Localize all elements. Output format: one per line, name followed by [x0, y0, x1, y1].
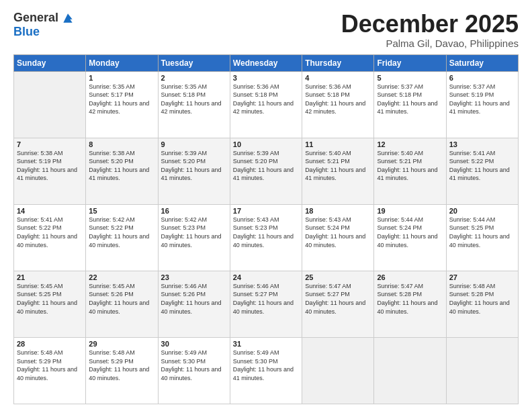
calendar-cell: 29Sunrise: 5:48 AMSunset: 5:29 PMDayligh…: [86, 337, 158, 404]
svg-marker-0: [63, 13, 72, 22]
calendar-cell: 25Sunrise: 5:47 AMSunset: 5:27 PMDayligh…: [302, 271, 374, 337]
calendar-cell: 11Sunrise: 5:40 AMSunset: 5:21 PMDayligh…: [302, 138, 374, 204]
day-info: Sunrise: 5:39 AMSunset: 5:20 PMDaylight:…: [233, 149, 299, 183]
day-number: 5: [377, 74, 443, 82]
day-number: 4: [305, 74, 371, 82]
day-number: 25: [305, 273, 371, 281]
calendar-table: SundayMondayTuesdayWednesdayThursdayFrid…: [13, 54, 519, 404]
calendar-cell: [374, 337, 446, 404]
calendar-header-row: SundayMondayTuesdayWednesdayThursdayFrid…: [14, 54, 519, 71]
calendar-cell: 9Sunrise: 5:39 AMSunset: 5:20 PMDaylight…: [158, 138, 230, 204]
calendar-cell: 4Sunrise: 5:36 AMSunset: 5:18 PMDaylight…: [302, 71, 374, 138]
day-info: Sunrise: 5:49 AMSunset: 5:30 PMDaylight:…: [233, 349, 299, 382]
calendar-cell: 26Sunrise: 5:47 AMSunset: 5:28 PMDayligh…: [374, 271, 446, 337]
calendar-cell: 23Sunrise: 5:46 AMSunset: 5:26 PMDayligh…: [158, 271, 230, 337]
day-number: 27: [449, 273, 515, 281]
day-header-friday: Friday: [374, 54, 446, 71]
day-number: 11: [305, 140, 371, 148]
day-number: 18: [305, 207, 371, 215]
calendar-cell: 18Sunrise: 5:43 AMSunset: 5:24 PMDayligh…: [302, 204, 374, 271]
day-info: Sunrise: 5:46 AMSunset: 5:26 PMDaylight:…: [161, 282, 227, 316]
calendar-cell: 19Sunrise: 5:44 AMSunset: 5:24 PMDayligh…: [374, 204, 446, 271]
day-info: Sunrise: 5:42 AMSunset: 5:22 PMDaylight:…: [89, 216, 154, 249]
day-number: 29: [89, 340, 154, 348]
day-info: Sunrise: 5:36 AMSunset: 5:18 PMDaylight:…: [305, 83, 371, 116]
calendar-cell: 13Sunrise: 5:41 AMSunset: 5:22 PMDayligh…: [446, 138, 518, 204]
logo-icon: [61, 11, 75, 25]
day-number: 2: [161, 74, 227, 82]
calendar-cell: 2Sunrise: 5:35 AMSunset: 5:18 PMDaylight…: [158, 71, 230, 138]
day-info: Sunrise: 5:44 AMSunset: 5:25 PMDaylight:…: [449, 216, 515, 249]
day-info: Sunrise: 5:36 AMSunset: 5:18 PMDaylight:…: [233, 83, 299, 116]
calendar-week-row: 21Sunrise: 5:45 AMSunset: 5:25 PMDayligh…: [14, 271, 519, 337]
day-header-thursday: Thursday: [302, 54, 374, 71]
calendar-cell: 7Sunrise: 5:38 AMSunset: 5:19 PMDaylight…: [14, 138, 86, 204]
calendar-cell: 10Sunrise: 5:39 AMSunset: 5:20 PMDayligh…: [230, 138, 302, 204]
day-info: Sunrise: 5:43 AMSunset: 5:23 PMDaylight:…: [233, 216, 299, 249]
logo-blue: Blue: [13, 25, 40, 39]
day-number: 16: [161, 207, 227, 215]
day-number: 30: [161, 340, 227, 348]
day-info: Sunrise: 5:47 AMSunset: 5:27 PMDaylight:…: [305, 282, 371, 316]
day-info: Sunrise: 5:40 AMSunset: 5:21 PMDaylight:…: [305, 149, 371, 183]
calendar-cell: 15Sunrise: 5:42 AMSunset: 5:22 PMDayligh…: [86, 204, 158, 271]
day-number: 1: [89, 74, 154, 82]
calendar-cell: 12Sunrise: 5:40 AMSunset: 5:21 PMDayligh…: [374, 138, 446, 204]
day-info: Sunrise: 5:40 AMSunset: 5:21 PMDaylight:…: [377, 149, 443, 183]
day-info: Sunrise: 5:43 AMSunset: 5:24 PMDaylight:…: [305, 216, 371, 249]
day-number: 12: [377, 140, 443, 148]
day-header-sunday: Sunday: [14, 54, 86, 71]
day-info: Sunrise: 5:48 AMSunset: 5:29 PMDaylight:…: [17, 349, 83, 382]
day-number: 9: [161, 140, 227, 148]
logo-general: General: [13, 11, 58, 25]
day-number: 20: [449, 207, 515, 215]
calendar-cell: 3Sunrise: 5:36 AMSunset: 5:18 PMDaylight…: [230, 71, 302, 138]
day-info: Sunrise: 5:49 AMSunset: 5:30 PMDaylight:…: [161, 349, 227, 382]
day-info: Sunrise: 5:42 AMSunset: 5:23 PMDaylight:…: [161, 216, 227, 249]
calendar-cell: 21Sunrise: 5:45 AMSunset: 5:25 PMDayligh…: [14, 271, 86, 337]
day-number: 17: [233, 207, 299, 215]
day-number: 3: [233, 74, 299, 82]
day-info: Sunrise: 5:38 AMSunset: 5:19 PMDaylight:…: [17, 149, 83, 183]
calendar-cell: 22Sunrise: 5:45 AMSunset: 5:26 PMDayligh…: [86, 271, 158, 337]
calendar-week-row: 1Sunrise: 5:35 AMSunset: 5:17 PMDaylight…: [14, 71, 519, 138]
day-number: 19: [377, 207, 443, 215]
calendar-cell: 27Sunrise: 5:48 AMSunset: 5:28 PMDayligh…: [446, 271, 518, 337]
calendar-cell: 17Sunrise: 5:43 AMSunset: 5:23 PMDayligh…: [230, 204, 302, 271]
month-title: December 2025: [341, 11, 519, 38]
logo: General: [13, 11, 76, 25]
day-info: Sunrise: 5:41 AMSunset: 5:22 PMDaylight:…: [17, 216, 83, 249]
day-number: 8: [89, 140, 154, 148]
calendar-cell: 8Sunrise: 5:38 AMSunset: 5:20 PMDaylight…: [86, 138, 158, 204]
header: General Blue December 2025 Palma Gil, Da…: [13, 11, 519, 49]
calendar-cell: [446, 337, 518, 404]
calendar-week-row: 14Sunrise: 5:41 AMSunset: 5:22 PMDayligh…: [14, 204, 519, 271]
day-info: Sunrise: 5:48 AMSunset: 5:29 PMDaylight:…: [89, 349, 154, 382]
day-info: Sunrise: 5:46 AMSunset: 5:27 PMDaylight:…: [233, 282, 299, 316]
day-info: Sunrise: 5:45 AMSunset: 5:26 PMDaylight:…: [89, 282, 154, 316]
day-number: 15: [89, 207, 154, 215]
title-area: December 2025 Palma Gil, Davao, Philippi…: [341, 11, 519, 49]
day-number: 28: [17, 340, 83, 348]
calendar-week-row: 7Sunrise: 5:38 AMSunset: 5:19 PMDaylight…: [14, 138, 519, 204]
day-info: Sunrise: 5:35 AMSunset: 5:18 PMDaylight:…: [161, 83, 227, 116]
calendar-cell: [302, 337, 374, 404]
day-header-saturday: Saturday: [446, 54, 518, 71]
calendar-cell: 20Sunrise: 5:44 AMSunset: 5:25 PMDayligh…: [446, 204, 518, 271]
calendar-cell: [14, 71, 86, 138]
day-header-tuesday: Tuesday: [158, 54, 230, 71]
logo-area: General Blue: [13, 11, 76, 39]
day-number: 10: [233, 140, 299, 148]
day-number: 21: [17, 273, 83, 281]
day-info: Sunrise: 5:38 AMSunset: 5:20 PMDaylight:…: [89, 149, 154, 183]
day-number: 26: [377, 273, 443, 281]
calendar-cell: 31Sunrise: 5:49 AMSunset: 5:30 PMDayligh…: [230, 337, 302, 404]
day-header-wednesday: Wednesday: [230, 54, 302, 71]
day-number: 23: [161, 273, 227, 281]
day-info: Sunrise: 5:37 AMSunset: 5:18 PMDaylight:…: [377, 83, 443, 116]
calendar-week-row: 28Sunrise: 5:48 AMSunset: 5:29 PMDayligh…: [14, 337, 519, 404]
calendar-cell: 6Sunrise: 5:37 AMSunset: 5:19 PMDaylight…: [446, 71, 518, 138]
day-info: Sunrise: 5:39 AMSunset: 5:20 PMDaylight:…: [161, 149, 227, 183]
calendar-cell: 30Sunrise: 5:49 AMSunset: 5:30 PMDayligh…: [158, 337, 230, 404]
calendar-cell: 5Sunrise: 5:37 AMSunset: 5:18 PMDaylight…: [374, 71, 446, 138]
